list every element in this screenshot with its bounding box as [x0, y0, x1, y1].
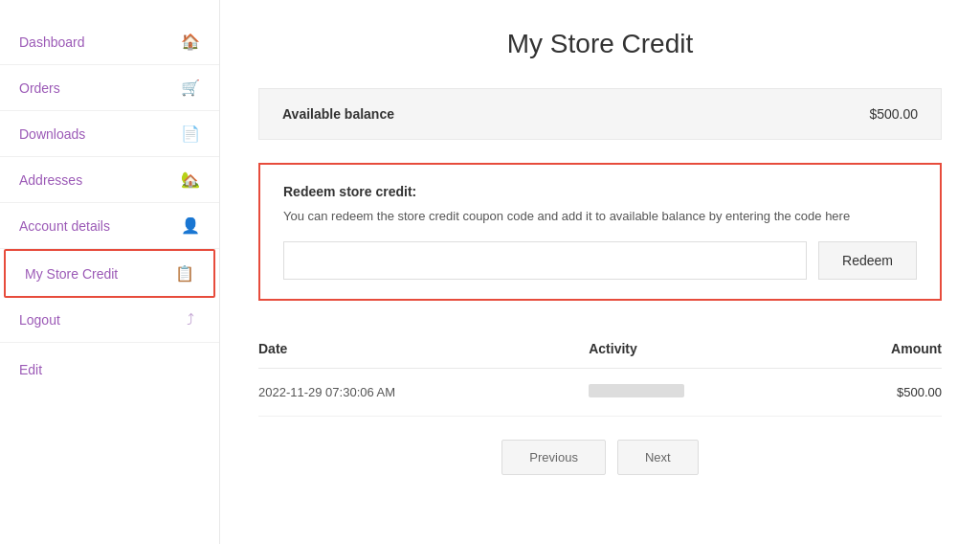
- redeem-input-row: Redeem: [283, 241, 917, 280]
- sidebar-item-logout[interactable]: Logout ⤴: [0, 298, 219, 343]
- orders-icon: 🛒: [181, 79, 200, 97]
- redeem-box: Redeem store credit: You can redeem the …: [258, 163, 942, 301]
- next-button[interactable]: Next: [617, 440, 699, 475]
- activity-cell: [589, 368, 819, 416]
- pagination: Previous Next: [258, 440, 942, 475]
- main-content: My Store Credit Available balance $500.0…: [220, 0, 980, 544]
- activity-placeholder: [589, 384, 684, 397]
- redeem-description: You can redeem the store credit coupon c…: [283, 207, 917, 226]
- logout-icon: ⤴: [181, 311, 200, 329]
- balance-label: Available balance: [282, 106, 394, 122]
- page-title: My Store Credit: [258, 29, 942, 59]
- table-row: 2022-11-29 07:30:06 AM $500.00: [258, 368, 942, 416]
- previous-button[interactable]: Previous: [501, 440, 606, 475]
- balance-amount: $500.00: [869, 106, 918, 122]
- addresses-icon: 🏡: [181, 170, 200, 189]
- store-credit-icon: 📋: [175, 264, 194, 283]
- activity-table: Date Activity Amount 2022-11-29 07:30:06…: [258, 329, 942, 417]
- dashboard-icon: 🏠: [181, 33, 200, 51]
- redeem-title: Redeem store credit:: [283, 184, 917, 199]
- sidebar-item-orders[interactable]: Orders 🛒: [0, 65, 219, 111]
- sidebar-item-account-details[interactable]: Account details 👤: [0, 203, 219, 249]
- account-icon: 👤: [181, 216, 200, 235]
- amount-column-header: Amount: [819, 329, 942, 369]
- downloads-icon: 📄: [181, 125, 200, 143]
- date-column-header: Date: [258, 329, 589, 369]
- sidebar-item-addresses[interactable]: Addresses 🏡: [0, 157, 219, 203]
- date-cell: 2022-11-29 07:30:06 AM: [258, 368, 589, 416]
- amount-cell: $500.00: [819, 368, 942, 416]
- sidebar-edit-link[interactable]: Edit: [0, 343, 219, 377]
- activity-column-header: Activity: [589, 329, 819, 369]
- sidebar-item-store-credit[interactable]: My Store Credit 📋: [4, 249, 215, 298]
- sidebar: Dashboard 🏠 Orders 🛒 Downloads 📄 Address…: [0, 0, 220, 544]
- redeem-code-input[interactable]: [283, 241, 807, 280]
- sidebar-item-dashboard[interactable]: Dashboard 🏠: [0, 19, 219, 65]
- sidebar-item-downloads[interactable]: Downloads 📄: [0, 111, 219, 157]
- redeem-button[interactable]: Redeem: [818, 241, 917, 280]
- balance-card: Available balance $500.00: [258, 88, 942, 140]
